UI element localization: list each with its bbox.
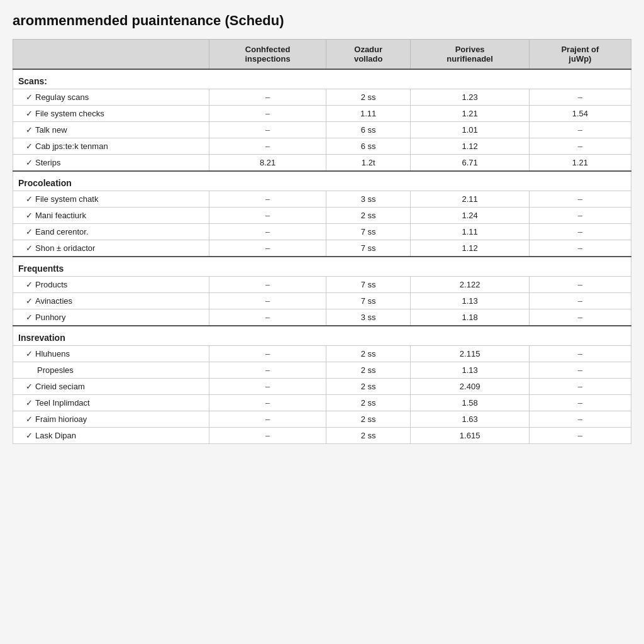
table-row: ✓Mani feactiurk–2 ss1.24–: [13, 208, 631, 224]
row-label: ✓Shon ± oridactor: [13, 240, 209, 257]
row-item-label: Sterips: [35, 158, 60, 167]
row-cell: –: [209, 411, 326, 428]
row-item-label: Eand cerentor.: [35, 227, 89, 236]
row-label: ✓Regulay scans: [13, 89, 209, 106]
row-label: ✓Cab jps:te:k tenman: [13, 138, 209, 155]
row-cell: 1.18: [411, 309, 529, 326]
table-row: ✓Teel Inplimdact–2 ss1.58–: [13, 395, 631, 411]
row-label: Propesles: [13, 362, 209, 379]
row-cell: –: [209, 138, 326, 155]
row-item-label: Products: [35, 280, 67, 289]
check-mark-icon: ✓: [26, 398, 33, 408]
row-cell: 1.24: [411, 208, 529, 224]
row-cell: –: [529, 89, 631, 106]
table-row: ✓Shon ± oridactor–7 ss1.12–: [13, 240, 631, 257]
col-header-2: Ozadur vollado: [326, 40, 411, 70]
row-item-label: Punhory: [35, 313, 65, 322]
row-cell: 1.11: [411, 224, 529, 240]
check-mark-icon: ✓: [26, 211, 33, 220]
table-row: ✓File system checks–1.111.211.54: [13, 106, 631, 122]
col-header-label: [13, 40, 209, 70]
table-row: ✓Avinacties–7 ss1.13–: [13, 293, 631, 309]
row-cell: –: [529, 208, 631, 224]
row-cell: 2.11: [411, 191, 529, 208]
row-label: ✓Teel Inplimdact: [13, 395, 209, 411]
row-cell: 2 ss: [326, 411, 411, 428]
row-cell: 3 ss: [326, 191, 411, 208]
row-cell: 2 ss: [326, 362, 411, 379]
row-label: ✓File system checks: [13, 106, 209, 122]
row-cell: 1.63: [411, 411, 529, 428]
row-cell: –: [529, 346, 631, 362]
row-item-label: Shon ± oridactor: [35, 243, 95, 253]
row-label: ✓Talk new: [13, 122, 209, 138]
check-mark-icon: ✓: [26, 243, 33, 253]
row-label: ✓Crieid seciam: [13, 379, 209, 395]
row-cell: 6.71: [411, 155, 529, 172]
row-cell: 3 ss: [326, 309, 411, 326]
section-header-row: Frequentts: [13, 257, 631, 277]
table-row: ✓Crieid seciam–2 ss2.409–: [13, 379, 631, 395]
row-cell: 2 ss: [326, 428, 411, 444]
row-cell: –: [529, 224, 631, 240]
row-cell: 1.54: [529, 106, 631, 122]
row-label: ✓Products: [13, 277, 209, 293]
table-row: ✓Sterips8.211.2t6.711.21: [13, 155, 631, 172]
row-cell: –: [209, 208, 326, 224]
row-cell: –: [209, 362, 326, 379]
table-row: ✓Regulay scans–2 ss1.23–: [13, 89, 631, 106]
table-row: ✓Cab jps:te:k tenman–6 ss1.12–: [13, 138, 631, 155]
row-label: ✓Avinacties: [13, 293, 209, 309]
row-item-label: File system chatk: [35, 194, 98, 204]
row-cell: 1.01: [411, 122, 529, 138]
col-header-3: Porives nurifienadel: [411, 40, 529, 70]
check-mark-icon: ✓: [26, 313, 33, 322]
row-cell: –: [529, 138, 631, 155]
row-cell: 1.12: [411, 138, 529, 155]
maintenance-table: Conhfected inspections Ozadur vollado Po…: [13, 39, 631, 444]
row-cell: 1.615: [411, 428, 529, 444]
row-cell: 6 ss: [326, 122, 411, 138]
check-mark-icon: ✓: [26, 431, 33, 440]
row-cell: –: [209, 293, 326, 309]
table-row: ✓Punhory–3 ss1.18–: [13, 309, 631, 326]
table-row: ✓Eand cerentor.–7 ss1.11–: [13, 224, 631, 240]
row-label: ✓Sterips: [13, 155, 209, 172]
row-cell: 2 ss: [326, 379, 411, 395]
row-cell: 1.21: [529, 155, 631, 172]
table-row: ✓Hluhuens–2 ss2.115–: [13, 346, 631, 362]
check-mark-icon: ✓: [26, 194, 33, 204]
row-item-label: Propesles: [37, 365, 74, 375]
section-header-row: Procoleation: [13, 171, 631, 191]
row-item-label: Teel Inplimdact: [35, 398, 90, 408]
row-item-label: Crieid seciam: [35, 382, 85, 391]
section-header-label: Frequentts: [13, 257, 631, 277]
table-row: Propesles–2 ss1.13–: [13, 362, 631, 379]
row-label: ✓Eand cerentor.: [13, 224, 209, 240]
row-cell: –: [529, 411, 631, 428]
row-cell: –: [529, 240, 631, 257]
row-cell: –: [209, 240, 326, 257]
row-cell: –: [209, 122, 326, 138]
row-cell: 1.11: [326, 106, 411, 122]
row-item-label: Talk new: [35, 125, 67, 135]
row-cell: 1.13: [411, 293, 529, 309]
check-mark-icon: ✓: [26, 92, 33, 102]
row-cell: –: [529, 379, 631, 395]
row-cell: –: [529, 293, 631, 309]
table-row: ✓Talk new–6 ss1.01–: [13, 122, 631, 138]
section-header-label: Insrevation: [13, 326, 631, 346]
row-label: ✓File system chatk: [13, 191, 209, 208]
row-cell: 2 ss: [326, 208, 411, 224]
row-cell: 1.58: [411, 395, 529, 411]
check-mark-icon: ✓: [26, 158, 33, 167]
section-header-row: Scans:: [13, 69, 631, 89]
check-mark-icon: ✓: [26, 109, 33, 118]
row-cell: 6 ss: [326, 138, 411, 155]
row-label: ✓Punhory: [13, 309, 209, 326]
row-label: ✓Hluhuens: [13, 346, 209, 362]
section-header-label: Scans:: [13, 69, 631, 89]
row-cell: 2.409: [411, 379, 529, 395]
row-label: ✓Lask Dipan: [13, 428, 209, 444]
row-cell: –: [209, 224, 326, 240]
